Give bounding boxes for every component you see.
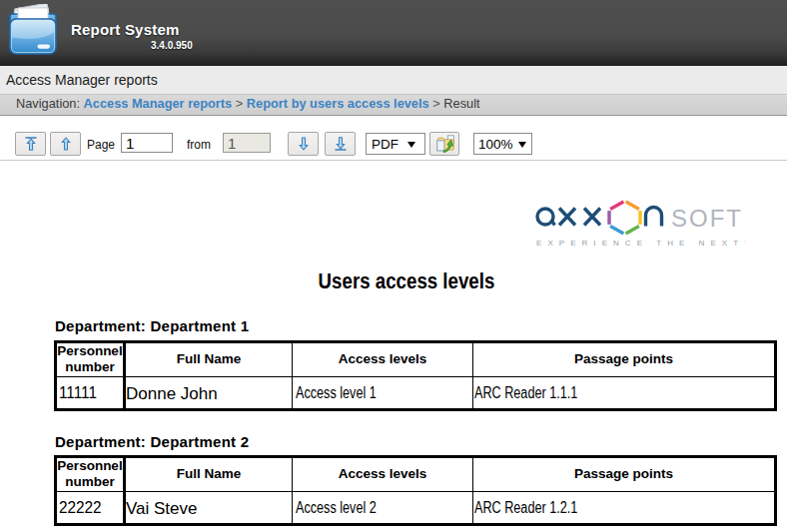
svg-text:EXPERIENCE THE NEXT*: EXPERIENCE THE NEXT* xyxy=(536,239,745,248)
svg-text:SOFT: SOFT xyxy=(671,205,743,232)
